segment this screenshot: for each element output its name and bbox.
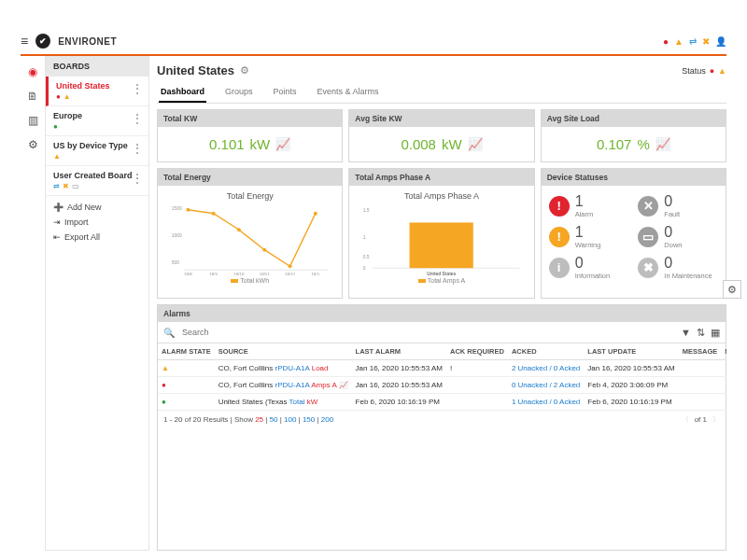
alarms-search-input[interactable] xyxy=(180,326,675,339)
rail-boards-icon[interactable]: ◉ xyxy=(28,65,37,78)
table-row[interactable]: ● CO, Fort Colllins rPDU-A1A Amps A 📈 Ja… xyxy=(158,377,726,394)
plus-icon: ➕ xyxy=(53,203,63,212)
show-150[interactable]: 150 xyxy=(303,415,315,424)
table-row[interactable]: ▲ CO, Fort Colllins rPDU-A1A Load Jan 16… xyxy=(158,360,726,377)
gear-icon[interactable]: ⚙ xyxy=(240,64,249,77)
export-all-button[interactable]: ⇤Export All xyxy=(53,230,141,245)
device-status-fault[interactable]: ✕0Fault xyxy=(638,193,718,218)
tab-groups[interactable]: Groups xyxy=(223,81,255,103)
board-item-us-device[interactable]: US by Device Type ▲ ⋮ xyxy=(46,136,148,166)
svg-text:18/11: 18/11 xyxy=(260,272,271,275)
more-menu-icon[interactable]: ⋮ xyxy=(132,82,143,95)
user-icon[interactable]: 👤 xyxy=(715,36,726,47)
fault-icon: ✕ xyxy=(638,196,658,217)
network-icon: ⇄ xyxy=(53,182,60,190)
kpi-avg-site-kw: Avg Site KW 0.008 kW📈 xyxy=(348,109,534,162)
svg-text:18/9: 18/9 xyxy=(209,272,218,275)
svg-text:1000: 1000 xyxy=(172,233,182,238)
alarms-table: ALARM STATESOURCELAST ALARMACK REQUIREDA… xyxy=(158,343,726,411)
trend-icon[interactable]: 📈 xyxy=(655,137,670,151)
more-menu-icon[interactable]: ⋮ xyxy=(132,172,143,185)
warning-icon: ▲ xyxy=(162,364,169,372)
warning-icon: ▲ xyxy=(53,152,61,161)
warning-icon[interactable]: ▲ xyxy=(718,66,726,76)
svg-point-8 xyxy=(289,264,292,268)
svg-text:1.5: 1.5 xyxy=(363,208,370,213)
kpi-avg-site-load: Avg Site Load 0.107%📈 xyxy=(541,109,726,162)
table-row[interactable]: ● United States (Texas Total kW Feb 6, 2… xyxy=(158,394,726,411)
rail-settings-icon[interactable]: ⚙ xyxy=(28,138,38,151)
col-last-alarm[interactable]: LAST ALARM xyxy=(352,343,446,360)
network-icon[interactable]: ⇄ xyxy=(689,36,697,47)
import-button[interactable]: ⇥Import xyxy=(53,215,141,230)
settings-floating-button[interactable]: ⚙ xyxy=(723,280,741,299)
col-notes[interactable]: NOTES xyxy=(721,343,726,360)
device-status-in-maintenance[interactable]: ✖0In Maintenance xyxy=(638,255,718,280)
export-icon: ⇤ xyxy=(53,232,61,242)
col-acked[interactable]: ACKED xyxy=(508,343,584,360)
device-status-warning[interactable]: !1Warning xyxy=(549,224,629,249)
tab-dashboard[interactable]: Dashboard xyxy=(159,81,206,103)
add-new-button[interactable]: ➕Add New xyxy=(53,200,141,215)
svg-point-7 xyxy=(262,248,266,252)
filter-icon[interactable]: ▼ xyxy=(681,327,691,339)
chart-total-amps: Total Amps Phase A Total Amps Phase A 1.… xyxy=(348,168,534,299)
left-rail: ◉ 🗎 ▥ ⚙ xyxy=(21,56,45,551)
pager-prev-icon[interactable]: 〈 xyxy=(682,414,689,425)
svg-point-4 xyxy=(186,208,190,212)
alarm-icon[interactable]: ● xyxy=(710,66,714,76)
col-ack-required[interactable]: ACK REQUIRED xyxy=(446,343,508,360)
columns-icon[interactable]: ▦ xyxy=(711,327,720,339)
warning-icon: ▲ xyxy=(63,92,71,101)
device-status-alarm[interactable]: !1Alarm xyxy=(549,193,629,218)
svg-text:18/1: 18/1 xyxy=(312,272,320,275)
alarm-icon[interactable]: ● xyxy=(663,36,669,47)
svg-text:1500: 1500 xyxy=(172,206,182,211)
board-item-europe[interactable]: Europe ● ⋮ xyxy=(46,106,148,136)
svg-text:1: 1 xyxy=(363,235,366,240)
pager-next-icon[interactable]: 〉 xyxy=(712,414,720,425)
down-icon: ▭ xyxy=(72,182,79,190)
tab-points[interactable]: Points xyxy=(272,81,299,103)
svg-text:18/8: 18/8 xyxy=(184,272,192,275)
trend-icon[interactable]: 📈 xyxy=(468,137,483,151)
trend-icon: 📈 xyxy=(339,381,348,389)
chart-total-energy: Total Energy Total Energy 1500 1000 500 xyxy=(157,168,343,299)
tab-events-alarms[interactable]: Events & Alarms xyxy=(316,81,381,103)
col-source[interactable]: SOURCE xyxy=(215,343,352,360)
show-200[interactable]: 200 xyxy=(321,415,333,424)
kpi-total-kw: Total KW 0.101 kW📈 xyxy=(157,109,343,162)
warning-icon[interactable]: ▲ xyxy=(674,36,684,47)
col-last-update[interactable]: LAST UPDATE xyxy=(584,343,678,360)
maintenance-icon[interactable]: ✖ xyxy=(702,36,710,47)
rail-device-icon[interactable]: ▥ xyxy=(28,114,38,127)
page-title: United States xyxy=(157,63,234,77)
col-alarm-state[interactable]: ALARM STATE xyxy=(158,343,215,360)
menu-icon[interactable]: ≡ xyxy=(21,34,28,49)
svg-point-9 xyxy=(314,212,317,216)
in maintenance-icon: ✖ xyxy=(638,258,658,278)
brand-name: ENVIRONET xyxy=(58,36,117,47)
more-menu-icon[interactable]: ⋮ xyxy=(132,112,143,125)
more-menu-icon[interactable]: ⋮ xyxy=(132,142,143,155)
content-tabs: Dashboard Groups Points Events & Alarms xyxy=(157,81,726,104)
device-status-down[interactable]: ▭0Down xyxy=(638,224,718,249)
col-message[interactable]: MESSAGE xyxy=(679,343,722,360)
svg-point-6 xyxy=(237,228,241,231)
warning-icon: ! xyxy=(549,227,570,247)
svg-text:0.5: 0.5 xyxy=(363,255,370,259)
show-100[interactable]: 100 xyxy=(284,415,296,424)
status-label: Status xyxy=(682,66,706,76)
topbar-status-icons: ● ▲ ⇄ ✖ 👤 xyxy=(663,36,726,47)
device-status-information[interactable]: i0Information xyxy=(549,255,629,280)
trend-icon[interactable]: 📈 xyxy=(275,137,290,151)
show-25[interactable]: 25 xyxy=(255,415,263,424)
sort-icon[interactable]: ⇅ xyxy=(697,327,705,339)
board-item-us[interactable]: United States ● ▲ ⋮ xyxy=(46,77,148,106)
maintenance-icon: ✖ xyxy=(63,182,69,190)
ok-icon: ● xyxy=(53,122,58,131)
board-item-user-created[interactable]: User Created Board ⇄ ✖ ▭ ⋮ xyxy=(46,166,148,196)
show-50[interactable]: 50 xyxy=(270,415,278,424)
import-icon: ⇥ xyxy=(53,217,61,227)
rail-report-icon[interactable]: 🗎 xyxy=(27,90,38,103)
